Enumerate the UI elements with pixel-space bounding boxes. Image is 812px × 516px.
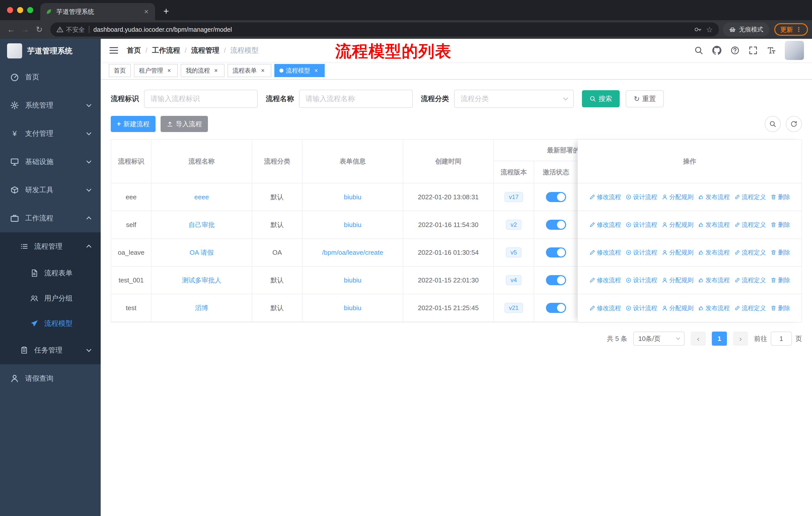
sidebar-item-system[interactable]: 系统管理 xyxy=(0,91,101,119)
edit-process-action[interactable]: 修改流程 xyxy=(589,221,621,229)
form-link[interactable]: biubiu xyxy=(344,304,361,312)
design-process-action[interactable]: 设计流程 xyxy=(626,221,657,229)
prev-page-button[interactable]: ‹ xyxy=(691,332,706,346)
tag-process-model[interactable]: 流程模型 × xyxy=(274,64,325,77)
form-link[interactable]: /bpm/oa/leave/create xyxy=(322,249,383,256)
user-avatar[interactable] xyxy=(785,41,804,60)
font-size-icon[interactable] xyxy=(767,46,776,55)
model-name-link[interactable]: 自己审批 xyxy=(188,220,215,229)
tag-tenant[interactable]: 租户管理 × xyxy=(134,64,178,77)
assign-rule-action[interactable]: 分配规则 xyxy=(662,248,693,256)
design-process-action[interactable]: 设计流程 xyxy=(626,193,657,201)
new-tab-button[interactable]: + xyxy=(159,4,173,18)
process-definition-action[interactable]: 流程定义 xyxy=(734,304,766,312)
tag-close-icon[interactable]: × xyxy=(313,67,320,74)
help-icon[interactable] xyxy=(730,46,740,55)
search-icon[interactable] xyxy=(694,46,703,55)
process-name-input[interactable] xyxy=(299,90,413,108)
model-name-link[interactable]: OA 请假 xyxy=(190,248,213,257)
search-button[interactable]: 搜索 xyxy=(582,90,620,107)
form-link[interactable]: biubiu xyxy=(344,276,361,284)
next-page-button[interactable]: › xyxy=(733,332,748,346)
delete-action[interactable]: 删除 xyxy=(771,193,790,201)
process-definition-action[interactable]: 流程定义 xyxy=(734,248,766,256)
model-name-link[interactable]: 滔博 xyxy=(195,304,208,313)
address-bar[interactable]: 不安全 dashboard.yudao.iocoder.cn/bpm/manag… xyxy=(50,22,719,36)
tag-my-process[interactable]: 我的流程 × xyxy=(181,64,225,77)
back-button[interactable]: ← xyxy=(4,22,18,36)
reset-button[interactable]: ↻ 重置 xyxy=(626,90,664,107)
password-key-icon[interactable] xyxy=(694,25,702,33)
hamburger-icon[interactable] xyxy=(109,45,119,55)
update-button[interactable]: 更新 ⋮ xyxy=(774,23,808,36)
active-toggle[interactable] xyxy=(546,275,566,285)
edit-process-action[interactable]: 修改流程 xyxy=(589,248,621,256)
sidebar-item-leave-query[interactable]: 请假查询 xyxy=(0,364,101,392)
edit-process-action[interactable]: 修改流程 xyxy=(589,304,621,312)
breadcrumb-workflow[interactable]: 工作流程 xyxy=(152,46,180,55)
sidebar-item-task-mgmt[interactable]: 任务管理 xyxy=(0,336,101,364)
active-toggle[interactable] xyxy=(546,220,566,230)
assign-rule-action[interactable]: 分配规则 xyxy=(662,304,693,312)
close-window-button[interactable] xyxy=(7,7,13,13)
design-process-action[interactable]: 设计流程 xyxy=(626,276,657,284)
minimize-window-button[interactable] xyxy=(17,7,23,13)
publish-process-action[interactable]: 发布流程 xyxy=(698,248,730,256)
edit-process-action[interactable]: 修改流程 xyxy=(589,276,621,284)
form-link[interactable]: biubiu xyxy=(344,193,361,201)
bookmark-star-icon[interactable]: ☆ xyxy=(706,25,713,34)
delete-action[interactable]: 删除 xyxy=(771,276,790,284)
breadcrumb-process-mgmt[interactable]: 流程管理 xyxy=(191,46,220,55)
process-key-input[interactable] xyxy=(144,90,258,108)
publish-process-action[interactable]: 发布流程 xyxy=(698,221,730,229)
page-number-1[interactable]: 1 xyxy=(712,332,727,346)
tag-close-icon[interactable]: × xyxy=(212,67,220,74)
security-chip[interactable]: 不安全 xyxy=(56,25,85,34)
design-process-action[interactable]: 设计流程 xyxy=(626,304,657,312)
assign-rule-action[interactable]: 分配规则 xyxy=(662,276,693,284)
category-select[interactable]: 流程分类 xyxy=(454,90,574,108)
tag-close-icon[interactable]: × xyxy=(166,67,173,74)
process-definition-action[interactable]: 流程定义 xyxy=(734,221,766,229)
sidebar-item-process-form[interactable]: 流程表单 xyxy=(0,261,101,286)
active-toggle[interactable] xyxy=(546,247,566,257)
active-toggle[interactable] xyxy=(546,192,566,202)
github-icon[interactable] xyxy=(712,46,721,55)
publish-process-action[interactable]: 发布流程 xyxy=(698,304,730,312)
process-definition-action[interactable]: 流程定义 xyxy=(734,276,766,284)
active-toggle[interactable] xyxy=(546,303,566,313)
page-size-select[interactable]: 10条/页 xyxy=(633,332,685,346)
publish-process-action[interactable]: 发布流程 xyxy=(698,193,730,201)
design-process-action[interactable]: 设计流程 xyxy=(626,248,657,256)
forward-button[interactable]: → xyxy=(18,22,32,36)
show-search-button[interactable] xyxy=(765,116,781,132)
delete-action[interactable]: 删除 xyxy=(771,304,790,312)
model-name-link[interactable]: eeee xyxy=(194,193,209,201)
delete-action[interactable]: 删除 xyxy=(771,221,790,229)
sidebar-item-infra[interactable]: 基础设施 xyxy=(0,147,101,176)
goto-page-input[interactable] xyxy=(771,332,792,346)
sidebar-item-process-mgmt[interactable]: 流程管理 xyxy=(0,232,101,261)
browser-tab[interactable]: 芋道管理系统 × xyxy=(40,3,155,20)
tag-home[interactable]: 首页 xyxy=(109,64,131,77)
model-name-link[interactable]: 测试多审批人 xyxy=(182,276,221,285)
sidebar-item-home[interactable]: 首页 xyxy=(0,63,101,91)
tag-close-icon[interactable]: × xyxy=(259,67,266,74)
edit-process-action[interactable]: 修改流程 xyxy=(589,193,621,201)
sidebar-item-process-model[interactable]: 流程模型 xyxy=(0,311,101,336)
app-logo[interactable]: 芋道管理系统 xyxy=(0,39,101,63)
import-process-button[interactable]: 导入流程 xyxy=(161,116,208,132)
assign-rule-action[interactable]: 分配规则 xyxy=(662,193,693,201)
breadcrumb-home[interactable]: 首页 xyxy=(127,46,141,55)
zoom-window-button[interactable] xyxy=(27,7,33,13)
process-definition-action[interactable]: 流程定义 xyxy=(734,193,766,201)
sidebar-item-user-group[interactable]: 用户分组 xyxy=(0,286,101,311)
create-process-button[interactable]: + 新建流程 xyxy=(111,116,155,132)
tab-close-icon[interactable]: × xyxy=(142,7,150,16)
reload-button[interactable]: ↻ xyxy=(32,22,46,36)
browser-menu-icon[interactable]: ⋮ xyxy=(795,26,802,33)
sidebar-item-payment[interactable]: ¥ 支付管理 xyxy=(0,119,101,147)
publish-process-action[interactable]: 发布流程 xyxy=(698,276,730,284)
tag-process-form[interactable]: 流程表单 × xyxy=(228,64,271,77)
delete-action[interactable]: 删除 xyxy=(771,248,790,256)
